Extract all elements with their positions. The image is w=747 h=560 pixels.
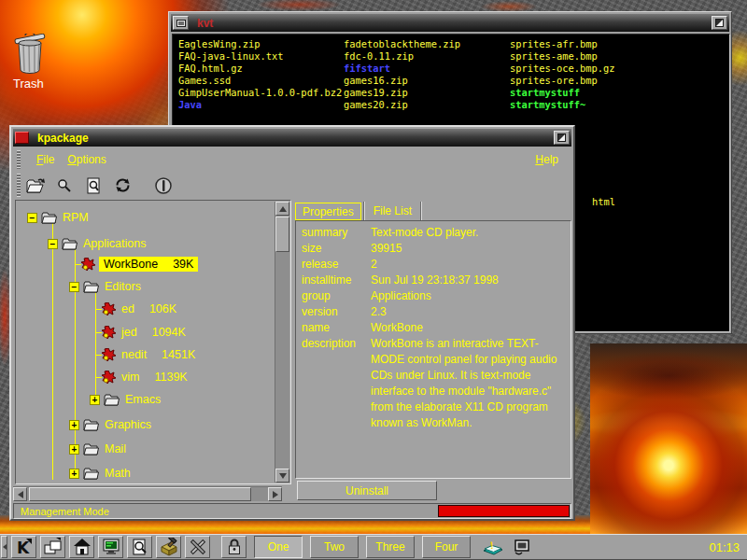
terminal-titlebar[interactable]: kvt	[171, 14, 729, 32]
arrow-right-icon	[273, 491, 278, 498]
tab-file-list[interactable]: File List	[367, 203, 418, 220]
arrow-left-icon	[3, 544, 7, 550]
tree-item-editors[interactable]: Editors	[69, 277, 141, 296]
taskbar[interactable]: K	[0, 534, 747, 560]
package-icon	[102, 348, 116, 361]
expand-icon[interactable]	[69, 420, 79, 430]
panel-hide-button[interactable]	[1, 536, 7, 558]
tree-connector	[95, 355, 102, 356]
expand-icon[interactable]	[90, 395, 100, 405]
lock-screen-button[interactable]	[221, 536, 247, 558]
property-row: descriptionWorkBone is an interactive TE…	[302, 336, 571, 431]
selected-highlight: WorkBone 39K	[99, 257, 198, 272]
tree-guide-line	[52, 222, 53, 480]
tree-item-mail[interactable]: Mail	[69, 440, 126, 458]
toolbar-drag-handle[interactable]	[17, 174, 21, 197]
desktop-pager-three[interactable]: Three	[366, 536, 415, 558]
settings-icon	[189, 538, 207, 556]
tray-monitor-button[interactable]	[509, 536, 534, 558]
open-package-button[interactable]	[23, 174, 48, 198]
window-list-button[interactable]	[40, 536, 65, 558]
window-list-icon	[44, 538, 63, 556]
tree-horizontal-scrollbar[interactable]	[13, 486, 282, 501]
tab-separator	[363, 202, 365, 220]
tree-item-jed[interactable]: jed 1094K	[102, 323, 186, 342]
tree-item-vim[interactable]: vim 1139K	[102, 368, 188, 386]
kpackage-titlebar[interactable]: kpackage	[13, 129, 571, 147]
desktop-pager-two[interactable]: Two	[310, 536, 359, 558]
folder-icon	[41, 212, 57, 224]
tree-item-nedit[interactable]: nedit 1451K	[102, 345, 195, 364]
status-bar: Management Mode	[13, 503, 571, 519]
tree-item-math[interactable]: Math	[69, 464, 131, 483]
tree-item-workbone[interactable]: WorkBone 39K	[81, 255, 198, 273]
tree-item-emacs[interactable]: Emacs	[90, 390, 161, 409]
trash-can-icon	[11, 34, 49, 75]
kpackage-menu-button[interactable]	[15, 132, 29, 144]
lock-icon	[225, 538, 244, 556]
scroll-up-button[interactable]	[275, 202, 289, 216]
package-tree[interactable]: RPM Applications WorkBone 39K Editors	[15, 200, 291, 484]
home-button[interactable]	[69, 536, 94, 558]
tree-item-graphics[interactable]: Graphics	[69, 415, 151, 434]
find-files-button[interactable]	[127, 536, 152, 558]
folder-icon	[83, 281, 99, 293]
uninstall-button[interactable]: Uninstall	[297, 481, 437, 500]
find-package-button[interactable]	[52, 174, 77, 198]
terminal-row: FAQ.html.gzfifstartsprites-oce.bmp.gz	[173, 63, 729, 75]
open-package-icon	[25, 177, 46, 194]
arrow-left-icon	[18, 491, 23, 498]
folder-icon	[62, 238, 78, 250]
scroll-left-button[interactable]	[13, 487, 27, 501]
tree-vertical-scrollbar[interactable]	[275, 202, 289, 483]
package-manager-button[interactable]	[156, 536, 181, 558]
folder-icon	[83, 468, 99, 480]
collapse-icon[interactable]	[69, 282, 79, 292]
tree-item-applications[interactable]: Applications	[48, 234, 146, 253]
reload-button[interactable]	[110, 174, 134, 198]
terminal-launcher-button[interactable]	[98, 536, 123, 558]
svg-text:K: K	[17, 539, 30, 556]
menu-help[interactable]: Help	[535, 153, 558, 166]
terminal-row: Games.ssdgames16.zipsprites-ore.bmp	[173, 75, 729, 87]
help-book-button[interactable]: !	[480, 536, 505, 558]
home-icon	[73, 538, 92, 556]
scroll-down-button[interactable]	[275, 469, 289, 483]
terminal-window-icon	[176, 20, 186, 27]
property-row: size39915	[302, 241, 571, 257]
menu-file[interactable]: File	[36, 153, 54, 166]
trash-icon[interactable]: Trash	[11, 34, 67, 91]
terminal-maximize-button[interactable]	[712, 16, 727, 30]
property-row: version2.3	[302, 304, 571, 320]
expand-icon[interactable]	[69, 469, 79, 479]
tree-item-ed[interactable]: ed 106K	[102, 300, 176, 318]
desktop: Trash kvt EaglesWing.zipfadetoblacktheme…	[0, 0, 747, 560]
find-file-button[interactable]	[81, 174, 106, 198]
arrow-down-icon	[279, 473, 287, 479]
collapse-icon[interactable]	[48, 239, 58, 249]
collapse-icon[interactable]	[27, 213, 37, 223]
settings-button[interactable]	[185, 536, 210, 558]
terminal-title: kvt	[197, 17, 712, 30]
tree-item-rpm[interactable]: RPM	[27, 208, 89, 227]
folder-icon	[104, 394, 120, 406]
menubar-drag-handle[interactable]	[17, 150, 21, 168]
expand-icon[interactable]	[69, 444, 79, 455]
desktop-pager-one[interactable]: One	[254, 536, 303, 558]
kpackage-window[interactable]: kpackage File Options Help	[9, 125, 575, 521]
kpackage-maximize-button[interactable]	[554, 131, 570, 145]
k-menu-button[interactable]: K	[11, 536, 36, 558]
tab-properties[interactable]: Properties	[295, 203, 361, 220]
terminal-row: FAQ-java-linux.txtfdc-0.11.zipsprites-am…	[173, 50, 729, 63]
scroll-right-button[interactable]	[268, 487, 282, 501]
tree-connector	[95, 332, 102, 333]
terminal-menu-button[interactable]	[173, 16, 189, 30]
scrollbar-thumb[interactable]	[29, 487, 251, 501]
quit-button[interactable]	[151, 174, 176, 198]
desktop-pager-four[interactable]: Four	[422, 536, 471, 558]
menu-options[interactable]: Options	[67, 153, 106, 166]
taskbar-clock: 01:13	[709, 540, 740, 554]
scrollbar-thumb[interactable]	[275, 217, 289, 252]
package-icon	[102, 326, 116, 339]
package-icon	[102, 302, 116, 315]
